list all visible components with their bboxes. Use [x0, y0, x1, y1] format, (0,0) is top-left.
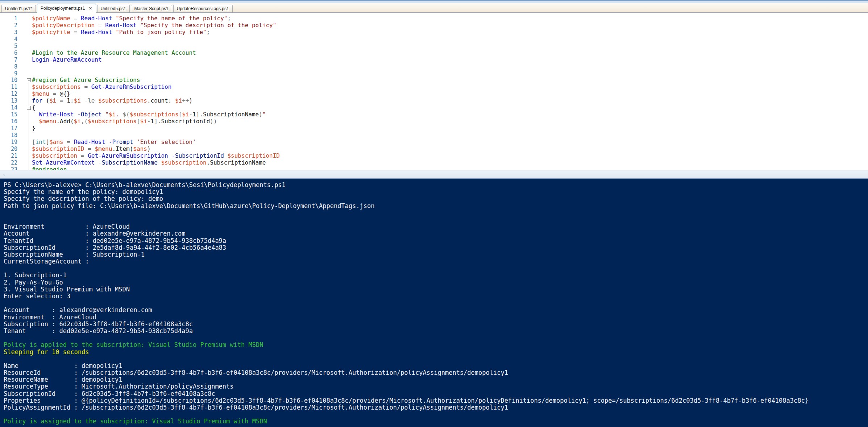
code-line[interactable]: 10−#region Get Azure Subscriptions [0, 77, 868, 84]
line-number: 20 [0, 146, 17, 153]
close-icon[interactable]: ✕ [88, 6, 92, 11]
code-line[interactable]: 7Login-AzureRmAccount [0, 57, 868, 63]
line-number: 3 [0, 29, 17, 36]
console-line [4, 265, 868, 272]
console-line: Environment : AzureCloud [4, 314, 868, 321]
console-line: PolicyAssignmentId : /subscriptions/6d2c… [4, 404, 868, 411]
code-line[interactable]: 21$subscription = Get-AzureRmSubscriptio… [0, 153, 868, 159]
code-line[interactable]: 15 Write-Host -Object "$i. $($subscripti… [0, 111, 868, 118]
line-number: 8 [0, 63, 17, 70]
code-line[interactable]: 6#Login to the Azure Resource Management… [0, 50, 868, 57]
console-line: ResourceId : /subscriptions/6d2c03d5-3ff… [4, 369, 868, 376]
tab-updateresourcestags-ps1[interactable]: UpdateResourcesTags.ps1 [173, 5, 233, 12]
console-line: PS C:\Users\b-alexve> C:\Users\b-alexve\… [4, 182, 868, 188]
console-line: TenantId : ded02e5e-e97a-4872-9b54-938cb… [4, 237, 868, 244]
line-number: 19 [0, 139, 17, 146]
code-text: $menu.Add($i,($subscriptions[$i-1].Subsc… [32, 118, 217, 125]
console-line: Name : demopolicy1 [4, 362, 868, 369]
line-number: 13 [0, 98, 17, 104]
code-line[interactable]: 23#endregion [0, 166, 868, 170]
line-number: 14 [0, 104, 17, 111]
console-line: 3. Visual Studio Premium with MSDN [4, 286, 868, 293]
editor-lines: 1$policyName = Read-Host "Specify the na… [0, 13, 868, 170]
code-text: $policyName = Read-Host "Specify the nam… [32, 15, 231, 22]
line-number: 21 [0, 153, 17, 159]
line-number: 10 [0, 77, 17, 84]
window-top-strip [0, 0, 868, 3]
editor-horizontal-scrollbar[interactable]: ‹ [0, 170, 868, 179]
console-line: Sleeping for 10 seconds [4, 349, 868, 356]
line-number: 2 [0, 22, 17, 29]
tab-policydeployments-ps1[interactable]: Policydeployments.ps1✕ [37, 4, 96, 13]
console-line: Path to json policy file: C:\Users\b-ale… [4, 203, 868, 210]
console-line: Environment : AzureCloud [4, 223, 868, 230]
console-line: ResourceType : Microsoft.Authorization/p… [4, 383, 868, 390]
line-number: 1 [0, 15, 17, 22]
code-line[interactable]: 5 [0, 43, 868, 50]
code-line[interactable]: 22Set-AzureRmContext -SubscriptionName $… [0, 159, 868, 166]
code-line[interactable]: 2$policyDescription = Read-Host "Specify… [0, 22, 868, 29]
console-line: CurrentStorageAccount : [4, 258, 868, 265]
code-line[interactable]: 3$policyFile = Read-Host "Path to json p… [0, 29, 868, 36]
console-line: Account : alexandre@verkinderen.com [4, 307, 868, 314]
console-line [4, 210, 868, 216]
line-number: 12 [0, 91, 17, 98]
code-text: $menu = @{} [32, 91, 70, 98]
code-text: $subscriptionID = $menu.Item($ans) [32, 146, 151, 153]
line-number: 22 [0, 159, 17, 166]
code-line[interactable]: 18 [0, 132, 868, 139]
code-line[interactable]: 9 [0, 70, 868, 77]
tab-untitled5-ps1[interactable]: Untitled5.ps1 [97, 5, 130, 12]
code-line[interactable]: 12$menu = @{} [0, 91, 868, 98]
line-number: 9 [0, 70, 17, 77]
console-line: Policy is applied to the subscription: V… [4, 341, 868, 348]
console-line: Subscription : 6d2c03d5-3ff8-4b7f-b3f6-e… [4, 321, 868, 328]
line-number: 5 [0, 43, 17, 50]
line-number: 17 [0, 125, 17, 132]
code-line[interactable]: 1$policyName = Read-Host "Specify the na… [0, 15, 868, 22]
scroll-left-icon[interactable]: ‹ [0, 172, 8, 177]
console-line: Enter selection: 3 [4, 293, 868, 300]
console-line [4, 216, 868, 223]
script-editor-pane[interactable]: 1$policyName = Read-Host "Specify the na… [0, 13, 868, 170]
tab-master-script-ps1[interactable]: Master-Script.ps1 [131, 5, 172, 12]
console-line: SubscriptionName : Subscription-1 [4, 251, 868, 258]
tab-label: Master-Script.ps1 [134, 6, 169, 11]
tab-label: Untitled5.ps1 [101, 6, 126, 11]
console-line: SubscriptionId : 2e5daf8d-9a94-44f2-8e02… [4, 244, 868, 251]
collapse-toggle-icon[interactable]: − [27, 106, 31, 110]
line-number: 23 [0, 166, 17, 170]
code-text: $subscriptions = Get-AzureRmSubscription [32, 84, 171, 91]
console-line: ResourceName : demopolicy1 [4, 376, 868, 383]
code-line[interactable]: 14−{ [0, 104, 868, 111]
code-text: Set-AzureRmContext -SubscriptionName $su… [32, 159, 266, 166]
line-number: 7 [0, 57, 17, 63]
code-text: Login-AzureRmAccount [32, 57, 102, 63]
console-pane[interactable]: PS C:\Users\b-alexve> C:\Users\b-alexve\… [0, 179, 868, 427]
collapse-toggle-icon[interactable]: − [27, 78, 31, 82]
console-line [4, 335, 868, 341]
console-line: SubscriptionId : 6d2c03d5-3ff8-4b7f-b3f6… [4, 390, 868, 397]
code-line[interactable]: 19[int]$ans = Read-Host -Prompt 'Enter s… [0, 139, 868, 146]
line-number: 18 [0, 132, 17, 139]
code-line[interactable]: 13for ($i = 1;$i -le $subscriptions.coun… [0, 98, 868, 104]
code-text: #region Get Azure Subscriptions [32, 77, 140, 84]
console-line: Properties : @{policyDefinitionId=/subsc… [4, 397, 868, 404]
tab-untitled1-ps1[interactable]: Untitled1.ps1* [1, 5, 36, 12]
code-text: $policyFile = Read-Host "Path to json po… [32, 29, 210, 36]
code-line[interactable]: 4 [0, 36, 868, 43]
code-line[interactable]: 17} [0, 125, 868, 132]
line-number: 4 [0, 36, 17, 43]
code-line[interactable]: 11$subscriptions = Get-AzureRmSubscripti… [0, 84, 868, 91]
console-line [4, 300, 868, 307]
line-number: 15 [0, 111, 17, 118]
tab-bar: Untitled1.ps1*Policydeployments.ps1✕Unti… [0, 3, 868, 13]
code-text: #endregion [32, 166, 67, 170]
code-line[interactable]: 20$subscriptionID = $menu.Item($ans) [0, 146, 868, 153]
console-line: Policy is assigned to the subscription: … [4, 418, 868, 425]
code-line[interactable]: 8 [0, 63, 868, 70]
console-output: PS C:\Users\b-alexve> C:\Users\b-alexve\… [4, 182, 868, 425]
console-line: 2. Pay-As-You-Go [4, 279, 868, 286]
code-text: [int]$ans = Read-Host -Prompt 'Enter sel… [32, 139, 196, 146]
code-line[interactable]: 16 $menu.Add($i,($subscriptions[$i-1].Su… [0, 118, 868, 125]
